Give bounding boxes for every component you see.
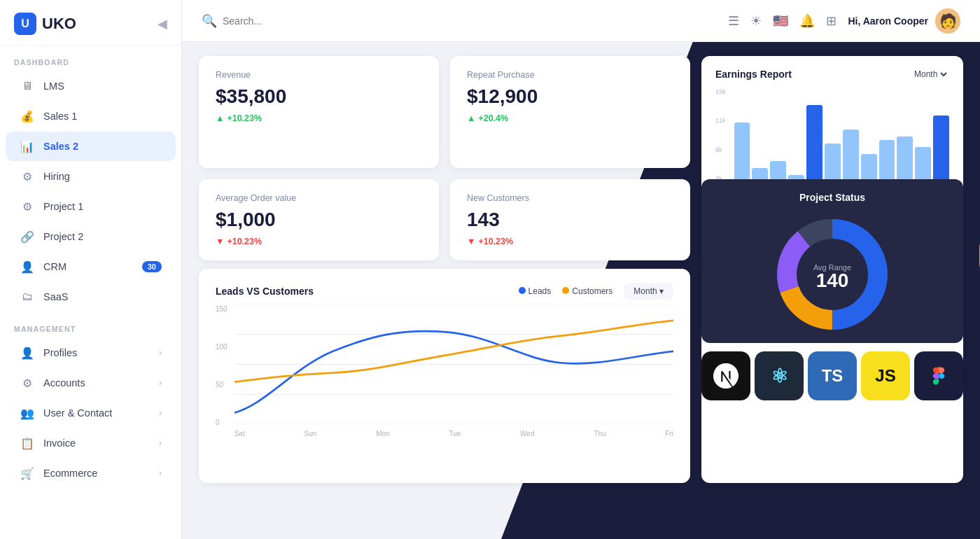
flag-icon[interactable]: 🇺🇸 [773,13,788,29]
sidebar-item-crm[interactable]: 👤 CRM 30 [6,252,176,281]
sidebar-collapse-button[interactable]: ◀ [158,16,167,31]
sidebar: U UKO ◀ DASHBOARD 🖥 LMS 💰 Sales 1 📊 Sale… [0,0,182,539]
logo-icon: U [14,13,36,35]
project-status-card: Project Status [701,179,963,343]
menu-icon[interactable]: ☰ [728,13,739,29]
repeat-purchase-label: Repeat Purchase [467,70,673,80]
sidebar-item-label: Sales 2 [43,141,78,152]
react-icon: ⚛ [755,351,804,400]
logo-text: UKO [42,15,76,33]
project1-icon: ⚙ [20,199,35,214]
new-customers-value: 143 [467,209,673,231]
grid-icon[interactable]: ⊞ [826,13,836,29]
leads-card: Leads VS Customers Leads Customers Month… [199,269,690,482]
leads-period-button[interactable]: Month ▾ [624,283,673,300]
sales1-icon: 💰 [20,108,35,124]
project2-icon: 🔗 [20,229,35,244]
chevron-icon: › [159,438,162,448]
sidebar-item-accounts[interactable]: ⚙ Accounts › [6,368,176,398]
earnings-period-select[interactable]: Month Week Year [911,69,949,80]
sidebar-section-dashboard: DASHBOARD 🖥 LMS 💰 Sales 1 📊 Sales 2 ⚙ Hi… [0,46,181,312]
sidebar-item-label: Project 1 [43,201,83,212]
figma-icon [914,351,963,400]
tech-icons-row: ⚛ TS JS [701,351,963,400]
sidebar-item-label: User & Contact [43,407,112,419]
search-icon: 🔍 [202,13,217,29]
new-customers-card: New Customers 143 ▼ +10.23% [450,179,690,260]
up-arrow-icon: ▲ [216,113,224,123]
sidebar-item-hiring[interactable]: ⚙ Hiring [6,162,176,191]
sales2-icon: 📊 [20,139,35,154]
sidebar-item-project2[interactable]: 🔗 Project 2 [6,222,176,251]
donut-chart-wrapper: Avg Range 140 [714,211,951,330]
repeat-purchase-card: Repeat Purchase $12,900 ▲ +20.4% [450,56,690,168]
chevron-icon: › [159,468,162,478]
earnings-title: Earnings Report [715,69,792,80]
leads-header: Leads VS Customers Leads Customers Month… [216,283,673,300]
sidebar-item-label: Project 2 [43,231,83,242]
hiring-icon: ⚙ [20,169,35,184]
revenue-value: $35,800 [216,85,422,108]
sidebar-item-label: LMS [43,80,64,92]
repeat-purchase-change: ▲ +20.4% [467,113,673,123]
project-status-title: Project Status [714,192,951,203]
leads-chart-svg [234,305,673,424]
leads-legend: Leads Customers [519,286,613,296]
leads-dot [519,287,526,294]
earnings-header: Earnings Report Month Week Year [715,69,949,80]
down-arrow-icon: ▼ [216,237,224,246]
avatar: 🧑 [935,8,960,34]
sun-icon[interactable]: ☀ [750,13,762,29]
chevron-icon: › [159,378,162,388]
sidebar-item-label: Hiring [43,171,70,182]
sidebar-item-label: Invoice [43,438,76,449]
up-arrow-icon: ▲ [467,113,475,123]
sidebar-item-sales2[interactable]: 📊 Sales 2 [6,132,176,161]
sidebar-item-saas[interactable]: 🗂 SaaS [6,282,176,312]
header-actions: ☰ ☀ 🇺🇸 🔔 ⊞ Hi, Aaron Cooper 🧑 [728,8,960,34]
chevron-icon: › [159,348,162,358]
sidebar-item-lms[interactable]: 🖥 LMS [6,71,176,101]
crm-badge: 30 [142,261,162,272]
search-bar: 🔍 [202,13,717,29]
profiles-icon: 👤 [20,345,35,360]
chevron-icon: › [159,408,162,418]
sidebar-item-project1[interactable]: ⚙ Project 1 [6,192,176,221]
avg-order-card: Average Order value $1,000 ▼ +10.23% [199,179,439,260]
user-contact-icon: 👥 [20,405,35,421]
revenue-card: Revenue $35,800 ▲ +10.23% [199,56,439,168]
sidebar-item-label: Profiles [43,347,77,358]
accounts-icon: ⚙ [20,375,35,391]
saas-icon: 🗂 [20,289,35,304]
search-input[interactable] [223,15,363,27]
user-greeting: Hi, Aaron Cooper [848,15,928,27]
avg-order-label: Average Order value [216,193,422,203]
avg-order-change: ▼ +10.23% [216,237,422,246]
section-label-dashboard: DASHBOARD [0,46,181,71]
sidebar-item-profiles[interactable]: 👤 Profiles › [6,338,176,368]
svg-text:140: 140 [816,270,849,291]
content-area: Revenue $35,800 ▲ +10.23% Repeat Purchas… [182,42,980,539]
sidebar-item-invoice[interactable]: 📋 Invoice › [6,428,176,458]
new-customers-change: ▼ +10.23% [467,237,673,246]
user-profile[interactable]: Hi, Aaron Cooper 🧑 [848,8,960,34]
top-stats-cards: Revenue $35,800 ▲ +10.23% Repeat Purchas… [199,56,690,168]
revenue-label: Revenue [216,70,422,80]
sidebar-item-user-contact[interactable]: 👥 User & Contact › [6,398,176,428]
down-arrow-icon: ▼ [467,237,475,246]
sidebar-item-ecommerce[interactable]: 🛒 Ecommerce › [6,458,176,488]
sidebar-item-label: Sales 1 [43,111,77,122]
avg-order-value: $1,000 [216,209,422,231]
customers-dot [562,287,569,294]
sidebar-item-label: Accounts [43,377,85,388]
bell-icon[interactable]: 🔔 [799,13,815,29]
donut-chart-svg: Avg Range 140 [762,211,902,330]
logo: U UKO [14,13,76,35]
crm-icon: 👤 [20,259,35,274]
sidebar-item-label: CRM [43,261,66,272]
sidebar-item-sales1[interactable]: 💰 Sales 1 [6,102,176,131]
repeat-purchase-value: $12,900 [467,85,673,108]
leads-title: Leads VS Customers [216,286,314,297]
invoice-icon: 📋 [20,435,35,451]
main-content: 🔍 ☰ ☀ 🇺🇸 🔔 ⊞ Hi, Aaron Cooper 🧑 Revenue [182,0,980,539]
